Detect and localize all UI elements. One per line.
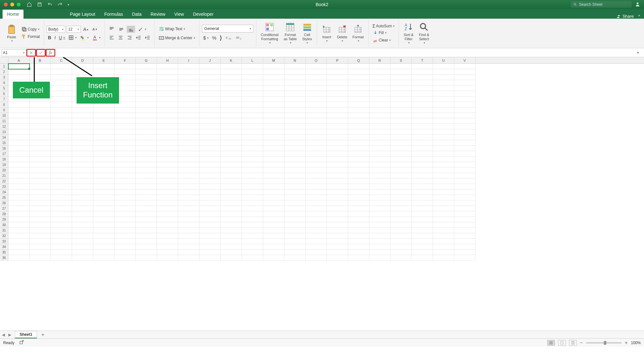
cell[interactable] (72, 113, 93, 118)
sheet-nav-prev[interactable]: ◀ (0, 333, 6, 337)
cell[interactable] (284, 184, 306, 189)
cell[interactable] (51, 140, 72, 146)
cell[interactable] (454, 107, 475, 113)
row-header[interactable]: 13 (0, 129, 8, 135)
decrease-indent-button[interactable] (134, 34, 143, 41)
cell[interactable] (433, 200, 454, 206)
cell[interactable] (433, 64, 454, 69)
cell[interactable] (93, 206, 115, 211)
cell[interactable] (115, 244, 136, 250)
cell[interactable] (433, 178, 454, 184)
column-header[interactable]: T (412, 57, 433, 63)
cell[interactable] (433, 157, 454, 162)
cell[interactable] (178, 135, 199, 140)
cell[interactable] (454, 222, 475, 228)
cell[interactable] (242, 80, 263, 86)
cell[interactable] (391, 96, 412, 102)
cell[interactable] (242, 206, 263, 211)
cell[interactable] (242, 118, 263, 124)
cell[interactable] (263, 135, 284, 140)
cell[interactable] (369, 184, 391, 189)
cell[interactable] (327, 140, 348, 146)
cell[interactable] (454, 200, 475, 206)
cell[interactable] (454, 157, 475, 162)
cell[interactable] (115, 69, 136, 75)
cell[interactable] (136, 151, 157, 157)
cell[interactable] (157, 107, 178, 113)
cell[interactable] (136, 107, 157, 113)
cell[interactable] (412, 113, 433, 118)
cell[interactable] (263, 162, 284, 168)
cell[interactable] (30, 129, 51, 135)
minimize-window-button[interactable] (10, 3, 14, 6)
cell[interactable] (454, 233, 475, 239)
cell[interactable] (157, 69, 178, 75)
cell[interactable] (348, 239, 369, 244)
cell[interactable] (221, 129, 242, 135)
cell[interactable] (391, 146, 412, 151)
cell[interactable] (30, 157, 51, 162)
cell[interactable] (136, 189, 157, 195)
cell[interactable] (157, 178, 178, 184)
cell[interactable] (327, 244, 348, 250)
cell[interactable] (72, 228, 93, 233)
collapse-ribbon-icon[interactable]: ^ (638, 14, 640, 19)
cell[interactable] (93, 107, 115, 113)
row-header[interactable]: 22 (0, 178, 8, 184)
cell[interactable] (178, 140, 199, 146)
cell[interactable] (327, 206, 348, 211)
cell[interactable] (263, 200, 284, 206)
cell[interactable] (306, 102, 327, 107)
cell[interactable] (51, 222, 72, 228)
column-header[interactable]: K (221, 57, 242, 63)
cell[interactable] (327, 118, 348, 124)
cell[interactable] (242, 239, 263, 244)
cell[interactable] (30, 162, 51, 168)
cell[interactable] (433, 124, 454, 129)
cell[interactable] (51, 206, 72, 211)
cell[interactable] (51, 96, 72, 102)
cell[interactable] (30, 184, 51, 189)
cell[interactable] (412, 173, 433, 178)
cell[interactable] (72, 107, 93, 113)
cell[interactable] (30, 244, 51, 250)
cell[interactable] (115, 151, 136, 157)
align-left-button[interactable] (107, 34, 116, 41)
cell[interactable] (348, 244, 369, 250)
cell[interactable] (369, 75, 391, 80)
cell[interactable] (72, 129, 93, 135)
cell[interactable] (72, 124, 93, 129)
cell[interactable] (263, 250, 284, 255)
cell[interactable] (263, 96, 284, 102)
cell[interactable] (433, 75, 454, 80)
cell[interactable] (454, 151, 475, 157)
cell[interactable] (136, 118, 157, 124)
cell[interactable] (242, 146, 263, 151)
cell[interactable] (136, 146, 157, 151)
cell[interactable] (178, 69, 199, 75)
cell[interactable] (115, 233, 136, 239)
wrap-text-button[interactable]: Wrap Text (157, 25, 197, 32)
cell[interactable] (369, 135, 391, 140)
align-right-button[interactable] (125, 34, 134, 41)
cell[interactable] (115, 178, 136, 184)
cell[interactable] (136, 228, 157, 233)
cell[interactable] (369, 146, 391, 151)
cell[interactable] (242, 157, 263, 162)
cell[interactable] (8, 124, 30, 129)
cell[interactable] (115, 222, 136, 228)
cell[interactable] (72, 135, 93, 140)
cell[interactable] (30, 233, 51, 239)
cell[interactable] (263, 244, 284, 250)
cell[interactable] (115, 228, 136, 233)
cell[interactable] (72, 239, 93, 244)
cell[interactable] (93, 233, 115, 239)
cell[interactable] (199, 162, 221, 168)
row-header[interactable]: 17 (0, 151, 8, 157)
home-icon[interactable] (26, 2, 32, 7)
cell[interactable] (454, 135, 475, 140)
cell[interactable] (178, 113, 199, 118)
column-header[interactable]: O (306, 57, 327, 63)
row-header[interactable]: 33 (0, 239, 8, 244)
cell[interactable] (263, 118, 284, 124)
